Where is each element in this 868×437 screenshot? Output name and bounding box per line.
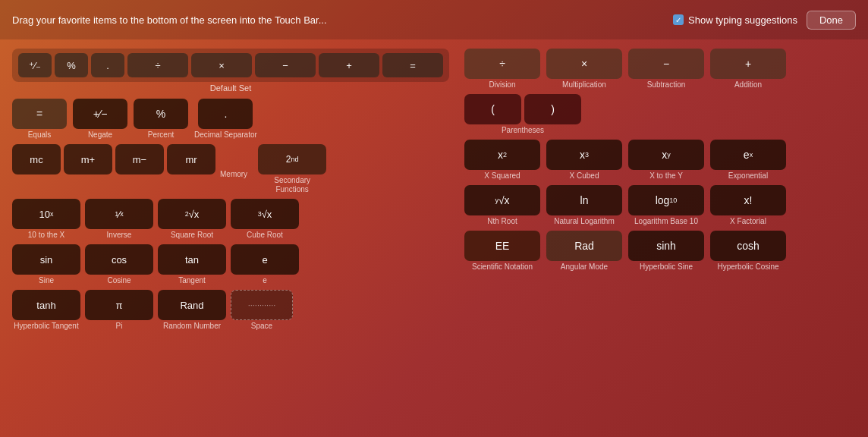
tanh-col: tanh Hyperbolic Tangent — [12, 290, 80, 331]
divide-def-btn[interactable]: ÷ — [127, 53, 188, 77]
nth-root-label: Nth Root — [487, 217, 517, 226]
equals-btn[interactable]: = — [12, 99, 67, 129]
sinh-btn[interactable]: sinh — [628, 231, 704, 261]
x-cubed-col: x3 X Cubed — [546, 140, 622, 181]
natural-log-label: Natural Logarithm — [554, 217, 614, 226]
equals-def-btn[interactable]: = — [382, 53, 443, 77]
sci-notation-btn[interactable]: EE — [464, 231, 540, 261]
percent-btn[interactable]: % — [134, 99, 188, 129]
mc-col: mc — [12, 144, 61, 174]
cube-root-col: 3√x Cube Root — [231, 199, 299, 240]
parentheses-label: Parentheses — [502, 126, 544, 135]
x-to-y-label: X to the Y — [649, 171, 683, 181]
space-btn[interactable]: ············ — [231, 290, 293, 320]
mr-col: mr — [167, 144, 215, 174]
done-button[interactable]: Done — [807, 11, 856, 30]
sine-btn[interactable]: sin — [12, 244, 80, 275]
x-cubed-label: X Cubed — [570, 171, 599, 181]
addition-label: Addition — [734, 80, 762, 90]
10-to-x-btn[interactable]: 10x — [12, 199, 80, 229]
mr-btn[interactable]: mr — [167, 144, 215, 174]
x-squared-btn[interactable]: x2 — [464, 140, 540, 170]
mc-btn[interactable]: mc — [12, 144, 61, 174]
factorial-btn[interactable]: x! — [710, 185, 786, 215]
space-col: ············ Space — [231, 290, 293, 331]
open-paren-btn[interactable]: ( — [464, 94, 521, 124]
subtraction-label: Subtraction — [647, 80, 686, 90]
sq-root-btn[interactable]: 2√x — [158, 199, 226, 229]
header-title: Drag your favorite items to the bottom o… — [12, 14, 327, 26]
subtract-def-btn[interactable]: − — [255, 53, 316, 77]
secondary-fn-btn[interactable]: 2nd — [258, 144, 326, 174]
pi-col: π Pi — [85, 290, 153, 331]
subtraction-btn[interactable]: − — [628, 49, 704, 79]
inverse-btn[interactable]: 1⁄x — [85, 199, 153, 229]
show-suggestions-label[interactable]: ✓ Show typing suggestions — [673, 14, 797, 26]
percent-label: Percent — [148, 130, 174, 140]
m-minus-btn[interactable]: m− — [115, 144, 164, 174]
x-squared-col: x2 X Squared — [464, 140, 540, 181]
add-def-btn[interactable]: + — [319, 53, 379, 77]
decimal-def-btn[interactable]: . — [91, 53, 124, 77]
decimal-btn[interactable]: . — [198, 99, 253, 129]
percent-col: % Percent — [134, 99, 188, 140]
cosine-col: cos Cosine — [85, 244, 153, 285]
default-set-row: ⁺∕₋ % . ÷ × − + = — [12, 49, 449, 82]
plus-minus-btn[interactable]: ⁺∕₋ — [18, 53, 52, 77]
sci-notation-col: EE Scientific Notation — [464, 231, 540, 272]
rand-label: Random Number — [163, 322, 221, 331]
percent-def-btn[interactable]: % — [55, 53, 88, 77]
show-suggestions-checkbox[interactable]: ✓ — [673, 14, 684, 25]
close-paren-btn[interactable]: ) — [524, 94, 581, 124]
tanh-btn[interactable]: tanh — [12, 290, 80, 320]
natural-log-btn[interactable]: ln — [546, 185, 622, 215]
m-plus-btn[interactable]: m+ — [64, 144, 112, 174]
pi-btn[interactable]: π — [85, 290, 153, 320]
exponential-btn[interactable]: ex — [710, 140, 786, 170]
subtraction-col: − Subtraction — [628, 49, 704, 90]
tangent-col: tan Tangent — [158, 244, 226, 285]
x-to-y-col: xy X to the Y — [628, 140, 704, 181]
rand-btn[interactable]: Rand — [158, 290, 226, 320]
x-squared-label: X Squared — [484, 171, 520, 181]
e-btn[interactable]: e — [231, 244, 299, 275]
tangent-btn[interactable]: tan — [158, 244, 226, 275]
tanh-label: Hyperbolic Tangent — [14, 322, 78, 331]
nth-root-btn[interactable]: y√x — [464, 185, 540, 215]
multiplication-label: Multiplication — [562, 80, 606, 90]
main-content: ⁺∕₋ % . ÷ × − + = Default Set = Equals +… — [0, 39, 868, 437]
negate-btn[interactable]: +∕− — [73, 99, 127, 129]
sci-notation-label: Scientific Notation — [472, 263, 533, 272]
angular-mode-label: Angular Mode — [561, 263, 608, 272]
equals-label: Equals — [28, 130, 52, 140]
cube-root-btn[interactable]: 3√x — [231, 199, 299, 229]
tangent-label: Tangent — [178, 276, 206, 285]
e-col: e e — [231, 244, 299, 285]
sq-root-col: 2√x Square Root — [158, 199, 226, 240]
cosine-btn[interactable]: cos — [85, 244, 153, 275]
factorial-col: x! X Factorial — [710, 185, 786, 226]
nth-root-col: y√x Nth Root — [464, 185, 540, 226]
addition-btn[interactable]: + — [710, 49, 786, 79]
m-minus-col: m− — [115, 144, 164, 174]
multiply-def-btn[interactable]: × — [191, 53, 252, 77]
multiplication-btn[interactable]: × — [546, 49, 622, 79]
space-label: Space — [251, 322, 272, 331]
factorial-label: X Factorial — [730, 217, 766, 226]
x-to-y-btn[interactable]: xy — [628, 140, 704, 170]
division-btn[interactable]: ÷ — [464, 49, 540, 79]
cosh-btn[interactable]: cosh — [710, 231, 786, 261]
sq-root-label: Square Root — [171, 231, 213, 240]
addition-col: + Addition — [710, 49, 786, 90]
angular-mode-btn[interactable]: Rad — [546, 231, 622, 261]
inverse-label: Inverse — [107, 231, 132, 240]
x-cubed-btn[interactable]: x3 — [546, 140, 622, 170]
negate-label: Negate — [88, 130, 112, 140]
decimal-label: Decimal Separator — [194, 130, 257, 140]
sinh-col: sinh Hyperbolic Sine — [628, 231, 704, 272]
log-base-10-btn[interactable]: log10 — [628, 185, 704, 215]
sine-col: sin Sine — [12, 244, 80, 285]
exponential-col: ex Exponential — [710, 140, 786, 181]
exponential-label: Exponential — [728, 171, 768, 181]
cosh-label: Hyperbolic Cosine — [717, 263, 778, 272]
